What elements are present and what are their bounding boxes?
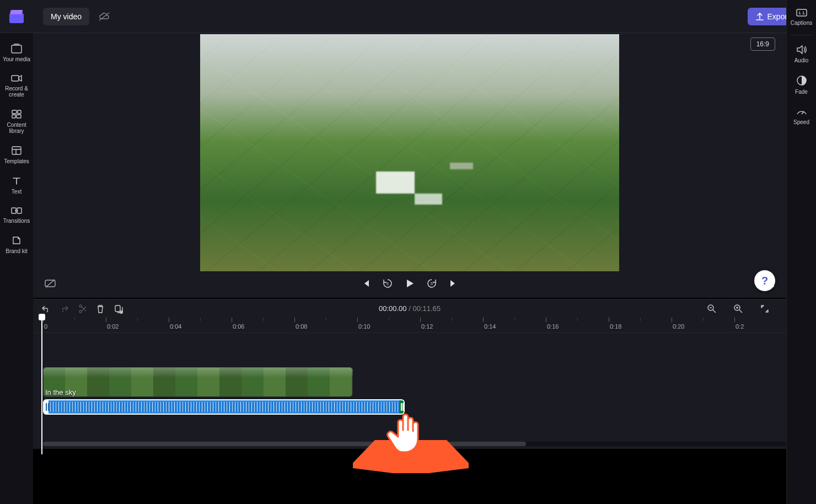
skip-end-button[interactable] (448, 278, 458, 288)
sidebar-item-record-create[interactable]: Record & create (1, 69, 32, 102)
ruler-minor-tick (514, 318, 515, 321)
sidebar-item-text[interactable]: Text (1, 171, 32, 199)
svg-line-2 (99, 13, 109, 20)
split-button (78, 304, 87, 314)
svg-rect-1 (10, 10, 23, 14)
ruler-minor-tick (452, 318, 452, 321)
left-sidebar: Your media Record & create Content libra… (0, 33, 33, 504)
duplicate-button[interactable] (114, 304, 124, 314)
audio-clip-trim-right-handle[interactable] (399, 400, 404, 414)
fade-icon (796, 74, 808, 87)
ruler-tick: 0:2 (734, 318, 744, 333)
content-library-label: Content library (2, 122, 31, 134)
svg-rect-6 (18, 110, 21, 114)
timeline-tracks: In the sky (33, 333, 786, 449)
templates-label: Templates (4, 158, 29, 164)
undo-button[interactable] (41, 304, 51, 313)
right-sidebar: Captions Audio Fade Speed (786, 0, 816, 504)
ruler-minor-tick (263, 318, 264, 321)
video-preview[interactable] (200, 34, 619, 271)
ruler-minor-tick (326, 318, 326, 321)
skip-start-button[interactable] (361, 278, 371, 288)
svg-rect-12 (797, 9, 807, 16)
svg-rect-9 (12, 147, 21, 154)
speaker-icon (796, 44, 808, 55)
sidebar-item-your-media[interactable]: Your media (1, 39, 32, 67)
ruler-tick: 0:12 (420, 318, 433, 333)
ruler-tick: 0:08 (294, 318, 307, 333)
zoom-fit-button[interactable] (760, 304, 770, 314)
svg-point-18 (79, 305, 82, 307)
captions-icon (796, 8, 808, 18)
your-media-label: Your media (3, 56, 30, 62)
current-time: 00:00.00 (379, 304, 407, 313)
rewind-5s-button[interactable]: 5 (382, 278, 393, 289)
delete-button[interactable] (96, 304, 105, 314)
zoom-in-button[interactable] (733, 304, 743, 314)
ruler-tick: 0:10 (357, 318, 370, 333)
top-bar: My video Export (0, 0, 816, 33)
svg-line-15 (46, 280, 55, 287)
timeline-scrollbar[interactable] (43, 442, 786, 446)
rightbar-item-fade[interactable]: Fade (787, 70, 816, 99)
ruler-minor-tick (137, 318, 138, 321)
forward-5s-button[interactable]: 5 (426, 278, 437, 289)
svg-rect-3 (12, 45, 22, 53)
speed-icon (796, 106, 808, 117)
sidebar-item-transitions[interactable]: Transitions (1, 201, 32, 228)
templates-icon (10, 145, 23, 156)
ruler-minor-tick (703, 318, 704, 321)
library-icon (10, 109, 23, 120)
brand-kit-label: Brand kit (6, 248, 27, 254)
ruler-minor-tick (577, 318, 578, 321)
app-logo (0, 0, 33, 33)
audio-label: Audio (794, 57, 809, 63)
time-readout: 00:00.00 / 00:11.65 (379, 304, 441, 313)
ruler-tick: 0:02 (106, 318, 119, 333)
project-title[interactable]: My video (43, 8, 89, 25)
redo-button (60, 304, 69, 313)
zoom-out-button[interactable] (707, 304, 717, 314)
timeline-toolbar: 00:00.00 / 00:11.65 (33, 299, 786, 318)
video-clip[interactable] (43, 367, 353, 397)
audio-clip[interactable] (43, 399, 405, 415)
ruler-minor-tick (200, 318, 201, 321)
rightbar-item-audio[interactable]: Audio (787, 40, 816, 68)
captions-label: Captions (791, 20, 812, 26)
rightbar-item-speed[interactable]: Speed (787, 101, 816, 130)
timeline-scrollbar-thumb[interactable] (43, 442, 526, 446)
ruler-tick: 0:04 (169, 318, 181, 333)
hide-safe-zone-icon[interactable] (44, 278, 56, 288)
transport-controls: 5 5 (33, 274, 786, 293)
sidebar-item-content-library[interactable]: Content library (1, 104, 32, 138)
upload-icon (755, 12, 764, 21)
ruler-tick: 0:14 (483, 318, 496, 333)
playhead[interactable] (41, 317, 42, 454)
brand-kit-icon (11, 235, 22, 246)
svg-text:5: 5 (431, 282, 433, 286)
transitions-label: Transitions (3, 218, 30, 224)
camera-icon (10, 73, 23, 83)
total-time: 00:11.65 (412, 304, 441, 313)
ruler-minor-tick (640, 318, 641, 321)
audio-waveform (47, 402, 400, 412)
sidebar-item-brand-kit[interactable]: Brand kit (1, 230, 32, 259)
ruler-tick: 0:18 (609, 318, 621, 333)
timeline-ruler[interactable]: 00:020:040:060:080:100:120:140:160:180:2… (33, 318, 786, 333)
sidebar-item-templates[interactable]: Templates (1, 141, 32, 169)
aspect-ratio-chip[interactable]: 16:9 (750, 37, 775, 51)
text-label: Text (12, 189, 22, 195)
svg-rect-8 (17, 115, 21, 118)
ruler-tick: 0:16 (546, 318, 559, 333)
ruler-tick: 0:20 (672, 318, 684, 333)
help-button[interactable]: ? (754, 270, 775, 291)
record-create-label: Record & create (2, 85, 31, 98)
speed-label: Speed (793, 119, 809, 125)
media-icon (10, 43, 23, 54)
play-button[interactable] (404, 278, 415, 289)
preview-area: 16:9 5 5 (33, 33, 786, 298)
svg-text:5: 5 (386, 282, 389, 286)
svg-rect-5 (12, 110, 17, 114)
rightbar-item-captions[interactable]: Captions (787, 3, 816, 30)
svg-point-19 (79, 310, 82, 313)
